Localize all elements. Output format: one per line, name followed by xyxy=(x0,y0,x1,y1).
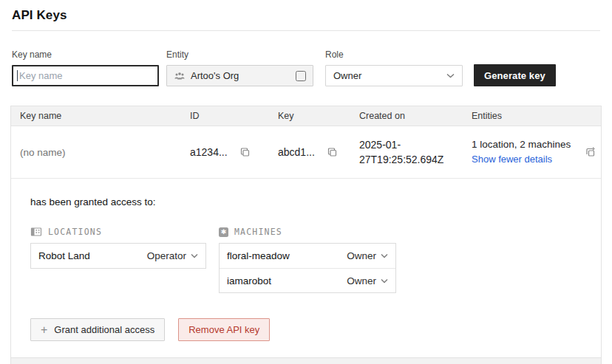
col-header-created-on: Created on xyxy=(350,111,463,121)
granted-access-text: has been granted access to: xyxy=(30,196,582,207)
entity-field-group: Entity Artoo's Org xyxy=(166,49,313,86)
grant-additional-access-button[interactable]: + Grant additional access xyxy=(30,318,165,341)
api-keys-table: Key name ID Key Created on Entities (no … xyxy=(10,106,602,179)
machine-role-select[interactable]: Owner xyxy=(347,275,388,286)
duplicate-key-button[interactable] xyxy=(583,145,598,159)
col-header-entities: Entities xyxy=(463,111,579,121)
key-value: abcd1... xyxy=(278,146,315,158)
machine-row: iamarobot Owner xyxy=(220,268,395,292)
key-name-label: Key name xyxy=(12,49,159,60)
id-value: a1234... xyxy=(190,146,228,158)
machines-section-label: MACHINES xyxy=(234,227,282,237)
next-table-header-strip xyxy=(10,358,602,364)
plus-icon: + xyxy=(41,324,47,336)
col-header-key: Key xyxy=(269,111,350,121)
organization-icon xyxy=(174,72,186,80)
copy-icon xyxy=(327,147,338,158)
create-key-form: Key name Entity Ar xyxy=(12,49,600,86)
table-row: (no name) a1234... abcd1... xyxy=(11,126,601,179)
role-selected-value: Owner xyxy=(333,70,361,81)
entity-select[interactable]: Artoo's Org xyxy=(166,65,313,86)
col-header-key-name: Key name xyxy=(11,111,181,121)
chevron-down-icon xyxy=(191,253,198,258)
remove-api-key-button[interactable]: Remove API key xyxy=(178,318,270,341)
machine-name: floral-meadow xyxy=(227,250,290,261)
machines-list: floral-meadow Owner iamarobot Owner xyxy=(219,243,396,293)
role-label: Role xyxy=(325,49,463,60)
chevron-down-icon xyxy=(381,253,388,258)
table-header-row: Key name ID Key Created on Entities xyxy=(11,106,601,126)
locations-section: LOCATIONS Robot Land Operator xyxy=(30,227,206,293)
copy-key-button[interactable] xyxy=(325,145,339,159)
show-fewer-details-link[interactable]: Show fewer details xyxy=(472,153,552,167)
cell-entities: 1 location, 2 machines Show fewer detail… xyxy=(463,137,579,166)
machine-icon: ✱ xyxy=(219,227,228,237)
text-caret xyxy=(17,70,18,81)
location-icon xyxy=(30,227,42,237)
chevron-down-icon xyxy=(446,73,455,78)
entity-selected-value: Artoo's Org xyxy=(191,70,290,81)
key-name-input[interactable] xyxy=(12,65,159,86)
chevron-down-icon xyxy=(381,278,388,284)
role-select[interactable]: Owner xyxy=(325,65,463,86)
role-field-group: Role Owner xyxy=(325,49,463,86)
machine-role-select[interactable]: Owner xyxy=(347,250,388,261)
location-row: Robot Land Operator xyxy=(31,244,205,268)
machines-section: ✱ MACHINES floral-meadow Owner xyxy=(219,227,396,293)
entity-label: Entity xyxy=(166,49,313,60)
generate-key-button[interactable]: Generate key xyxy=(474,64,556,86)
title-divider xyxy=(12,30,600,31)
api-keys-page: API Keys Key name Entity xyxy=(0,0,612,364)
key-name-field-group: Key name xyxy=(12,49,159,86)
machine-name: iamarobot xyxy=(227,275,271,286)
copy-icon xyxy=(239,147,251,158)
cell-key-name: (no name) xyxy=(11,147,181,158)
machine-role-value: Owner xyxy=(347,250,376,261)
machine-row: floral-meadow Owner xyxy=(220,244,395,268)
location-role-select[interactable]: Operator xyxy=(147,250,198,261)
cell-row-actions xyxy=(579,145,601,159)
key-details-panel: has been granted access to: xyxy=(10,179,602,358)
locations-section-label: LOCATIONS xyxy=(48,227,102,237)
grant-button-label: Grant additional access xyxy=(54,324,154,335)
cell-id: a1234... xyxy=(181,145,269,159)
page-title: API Keys xyxy=(0,0,612,23)
entities-summary: 1 location, 2 machines xyxy=(472,139,571,150)
duplicate-icon xyxy=(585,146,596,158)
cell-created-on: 2025-01-27T19:25:52.694Z xyxy=(350,137,463,168)
copy-id-button[interactable] xyxy=(238,145,252,159)
location-role-value: Operator xyxy=(147,250,186,261)
cell-key: abcd1... xyxy=(269,145,350,159)
col-header-id: ID xyxy=(181,111,269,121)
machine-role-value: Owner xyxy=(347,275,376,286)
locations-list: Robot Land Operator xyxy=(30,243,206,269)
entity-square-icon xyxy=(296,71,306,81)
location-name: Robot Land xyxy=(38,250,90,261)
